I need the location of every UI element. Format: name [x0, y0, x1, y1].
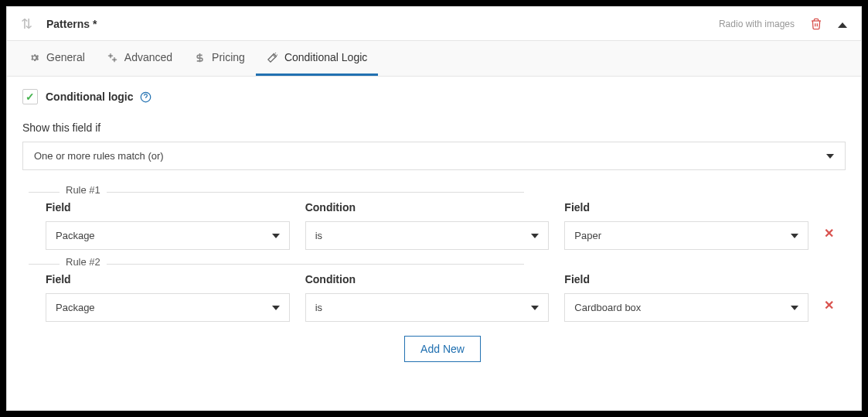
rule-condition-select[interactable]: is [305, 293, 550, 322]
remove-rule-icon[interactable]: ✕ [824, 298, 839, 322]
rule-row: Field Package Condition is [46, 192, 839, 250]
chevron-down-icon [272, 234, 280, 238]
rule-condition-select[interactable]: is [305, 221, 550, 250]
tab-advanced[interactable]: Advanced [96, 41, 183, 76]
collapse-icon[interactable] [838, 17, 847, 31]
help-icon[interactable] [140, 91, 151, 103]
field-type-label: Radio with images [719, 19, 795, 29]
conditional-logic-label: Conditional logic [46, 91, 134, 103]
field-column-label: Field [46, 273, 290, 285]
panel-header: ⇅ Patterns * Radio with images [7, 7, 861, 41]
rule-value-select[interactable]: Paper [564, 221, 808, 250]
gears-icon [107, 52, 118, 63]
conditional-logic-checkbox[interactable] [22, 89, 38, 104]
tab-pricing[interactable]: Pricing [183, 41, 256, 76]
chevron-down-icon [791, 306, 798, 310]
tab-label: General [46, 51, 85, 63]
svg-point-1 [113, 58, 116, 61]
gear-icon [29, 52, 40, 63]
tab-conditional-logic[interactable]: Conditional Logic [256, 41, 378, 76]
match-type-value: One or more rules match (or) [34, 150, 164, 162]
rule-legend: Rule #1 [60, 184, 107, 196]
rule-field-select[interactable]: Package [46, 293, 290, 322]
value-column-label: Field [564, 273, 808, 285]
tab-bar: General Advanced Pricing Conditional Log… [7, 41, 861, 77]
chevron-down-icon [531, 306, 539, 310]
tab-label: Advanced [124, 51, 172, 63]
rule-field-value: Package [56, 302, 95, 313]
svg-point-0 [109, 54, 112, 57]
field-title: Patterns * [46, 18, 719, 30]
tab-label: Pricing [212, 51, 245, 63]
wand-icon [267, 52, 278, 63]
chevron-down-icon [272, 306, 280, 310]
drag-handle-icon[interactable]: ⇅ [21, 15, 32, 32]
tab-general[interactable]: General [18, 41, 96, 76]
chevron-down-icon [826, 154, 834, 159]
rule-field-value: Package [56, 230, 95, 241]
rule-legend: Rule #2 [60, 256, 107, 268]
condition-column-label: Condition [305, 201, 550, 214]
add-new-button[interactable]: Add New [404, 336, 481, 362]
trash-icon[interactable] [810, 18, 822, 30]
dollar-icon [194, 52, 206, 63]
chevron-down-icon [531, 234, 539, 238]
remove-rule-icon[interactable]: ✕ [824, 226, 839, 250]
chevron-down-icon [791, 234, 798, 238]
value-column-label: Field [564, 201, 808, 214]
rule-field-select[interactable]: Package [46, 221, 290, 250]
tab-label: Conditional Logic [284, 51, 367, 63]
rule-row: Field Package Condition is [46, 264, 839, 322]
match-type-select[interactable]: One or more rules match (or) [22, 142, 846, 170]
condition-column-label: Condition [305, 273, 550, 285]
rule-condition-value: is [315, 302, 322, 313]
rule-value-select[interactable]: Cardboard box [564, 293, 808, 322]
rule-value-value: Cardboard box [574, 302, 641, 313]
rule-value-value: Paper [574, 230, 601, 241]
show-field-label: Show this field if [22, 121, 846, 134]
field-column-label: Field [46, 201, 290, 214]
rule-condition-value: is [315, 230, 322, 241]
